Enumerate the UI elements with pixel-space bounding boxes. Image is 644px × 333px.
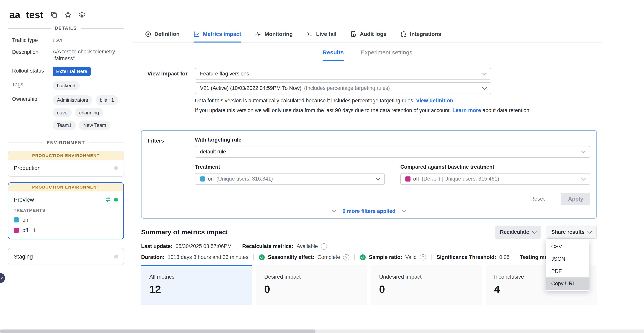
metrics-impact-icon [194,31,200,37]
owner-pill[interactable]: Team1 [53,120,76,130]
summary-meta-line-2: Duration: 1013 days 8 hours and 33 minut… [141,254,597,260]
view-impact-section: View impact for Feature flag versions V2… [141,68,597,115]
chevron-down-icon [402,208,406,212]
version-info-line2: If you update this version we will only … [195,106,597,115]
default-treatment-asterisk-icon: ✳ [32,228,36,233]
owner-pill[interactable]: Administrators [53,95,92,105]
check-circle-icon [259,254,265,260]
owner-pill[interactable]: bilal+1 [96,95,118,105]
live-tail-icon [307,31,313,37]
treatment-item-off: off ✳ [8,226,124,236]
star-icon[interactable] [64,11,72,18]
traffic-type-row: Traffic type user [12,36,124,43]
summary-title: Summary of metrics impact [141,228,228,236]
share-menu-item-pdf[interactable]: PDF [546,265,590,278]
copy-icon[interactable] [50,11,58,18]
integrations-icon [400,31,407,37]
swap-arrows-icon [105,197,111,202]
rollout-status-row: Rollout status External Beta [12,67,124,76]
tab-monitoring[interactable]: Monitoring [255,26,293,42]
tab-definition[interactable]: Definition [145,26,180,42]
baseline-treatment-select[interactable]: off (Default | Unique users: 315,461) [400,173,590,185]
owner-pill[interactable]: channing [75,108,103,118]
treatment-color-swatch [406,176,410,182]
main-tabs: Definition Metrics impact Monitoring Liv… [132,26,602,43]
view-definition-link[interactable]: View definition [416,98,453,104]
tab-integrations[interactable]: Integrations [400,26,441,42]
tab-audit-logs[interactable]: Audit logs [350,26,386,42]
results-subtabs: Results Experiment settings [132,49,602,61]
subtab-experiment-settings[interactable]: Experiment settings [361,49,412,61]
details-section-header: DETAILS [8,26,124,31]
horizontal-scrollbar[interactable] [0,330,644,333]
tags-row: Tags backend [12,81,124,90]
summary-meta-line-1: Last update: 05/30/2025 03:57:06PM Recal… [141,243,597,250]
status-dot-active [114,198,118,202]
share-menu-item-csv[interactable]: CSV [546,240,590,253]
share-results-button[interactable]: Share results [546,226,597,239]
subtab-results[interactable]: Results [322,49,344,61]
tab-metrics-impact[interactable]: Metrics impact [194,26,241,42]
treatment-color-swatch [14,218,19,222]
environment-name: Production [14,165,111,171]
info-icon[interactable] [321,243,327,250]
treatment-item-on: on [8,215,124,226]
production-environment-banner: PRODUCTION ENVIRONMENT [8,183,124,192]
treatment-color-swatch [14,228,19,233]
rollout-status-badge[interactable]: External Beta [53,67,91,76]
more-filters-toggle[interactable]: 0 more filters applied [148,208,590,216]
chevron-down-icon [581,149,586,154]
environment-card-production[interactable]: PRODUCTION ENVIRONMENT Production [8,151,124,177]
chevron-down-icon [581,176,586,180]
chevron-down-icon [332,208,336,212]
description-row: Description A/A test to check telemetry … [12,48,124,62]
version-type-select[interactable]: Feature flag versions [195,68,491,80]
card-all-metrics[interactable]: All metrics 12 [141,265,252,305]
page-header: aa_test [0,0,644,20]
chevron-down-icon [482,70,487,75]
help-icon[interactable] [343,254,349,260]
scrollbar-thumb[interactable] [0,330,316,333]
share-menu-item-copy-url[interactable]: Copy URL [546,278,590,290]
card-desired-impact[interactable]: Desired impact 0 [256,265,367,305]
description-value: A/A test to check telemetry "fairness" [53,48,120,62]
filters-panel: Filters With targeting rule default rule… [141,130,597,218]
chevron-down-icon [532,229,536,234]
tag-pill[interactable]: backend [53,81,80,90]
share-menu-item-json[interactable]: JSON [546,253,590,265]
tab-live-tail[interactable]: Live tail [307,26,336,42]
reset-button[interactable]: Reset [528,195,547,202]
apply-button[interactable]: Apply [561,193,590,205]
environment-name: Preview [14,196,102,203]
treatment-select[interactable]: on (Unique users: 316,341) [195,173,385,185]
environment-card-preview[interactable]: PRODUCTION ENVIRONMENT Preview TREATMENT… [8,182,124,240]
tags-label: Tags [12,81,53,90]
treatments-label: TREATMENTS [8,208,124,215]
traffic-type-label: Traffic type [12,36,53,43]
help-icon[interactable] [420,254,426,260]
ownership-label: Ownership [12,95,53,130]
environment-card-staging[interactable]: Staging [8,248,124,265]
check-circle-icon [360,254,366,260]
filters-title: Filters [148,137,195,205]
version-info-line1: Data for this version is automatically c… [195,97,597,105]
recalculate-button[interactable]: Recalculate [495,226,541,239]
chevron-down-icon [376,176,380,180]
summary-section: Summary of metrics impact Recalculate Sh… [141,226,597,305]
version-select[interactable]: V21 (Active) (10/03/2022 04:59PM To Now)… [195,82,491,94]
chevron-down-icon [482,85,487,90]
definition-icon [145,31,151,37]
rollout-status-label: Rollout status [12,67,53,76]
details-sidebar: DETAILS Traffic type user Description A/… [0,26,132,265]
card-undesired-impact[interactable]: Undesired impact 0 [371,265,482,305]
owner-pill[interactable]: New Team [79,120,110,130]
share-results-menu: CSV JSON PDF Copy URL [546,239,590,291]
view-impact-label: View impact for [147,70,195,77]
environment-section-header: ENVIRONMENT [8,140,124,146]
chevron-down-icon [587,229,592,234]
owner-pill[interactable]: dave [53,108,72,118]
description-label: Description [12,48,53,62]
targeting-rule-select[interactable]: default rule [195,146,590,158]
gear-icon[interactable] [78,11,86,18]
learn-more-link[interactable]: Learn more [452,108,481,113]
